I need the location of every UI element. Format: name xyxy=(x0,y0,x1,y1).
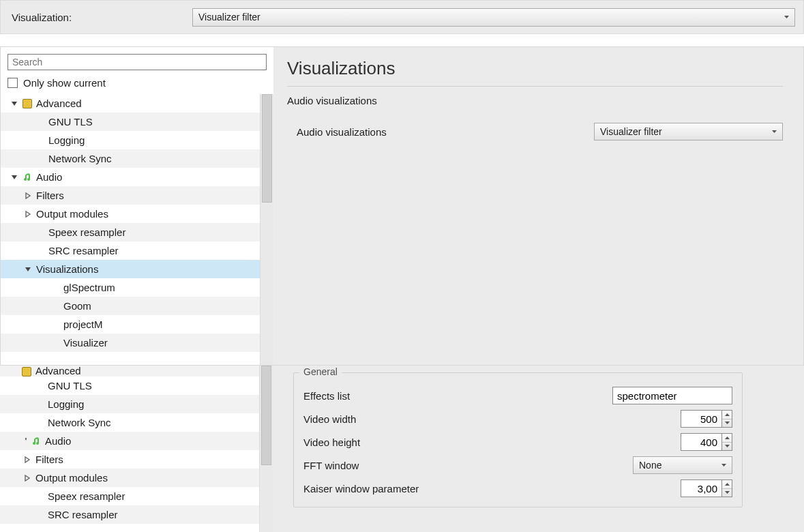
tree-item[interactable]: Speex resampler xyxy=(0,487,259,505)
visualization-select-value: Visualizer filter xyxy=(198,12,260,23)
collapse-arrow-icon: ' xyxy=(22,437,30,445)
tree-item-label: GNU TLS xyxy=(48,116,93,128)
visualization-select[interactable]: Visualizer filter xyxy=(192,8,795,27)
tree-item[interactable]: GNU TLS xyxy=(0,376,259,395)
tree-item[interactable]: SRC resampler xyxy=(0,505,259,524)
tree-item[interactable]: Network Sync xyxy=(0,413,259,432)
kaiser-window-stepper[interactable] xyxy=(681,479,732,497)
preferences-lower: AdvancedGNU TLSLoggingNetwork Sync'Audio… xyxy=(0,366,804,532)
tree-item-label: Filters xyxy=(36,190,64,201)
tree-item-label: Audio xyxy=(36,171,62,183)
visualizations-panel: Visualizations Audio visualizations Audi… xyxy=(273,47,803,365)
only-show-current-row[interactable]: Only show current xyxy=(1,73,273,94)
stepper-up-icon[interactable] xyxy=(722,480,732,489)
tree-item[interactable]: 'Audio xyxy=(0,432,259,450)
tree-item-label: Speex resampler xyxy=(48,490,125,502)
tree-item[interactable]: Visualizations xyxy=(1,260,260,278)
only-show-current-label: Only show current xyxy=(23,77,106,89)
tree-item-label: Output modules xyxy=(36,208,108,220)
tree-item[interactable]: Output modules xyxy=(0,469,259,487)
stepper-down-icon[interactable] xyxy=(722,489,732,497)
tree-item-label: projectM xyxy=(63,319,103,330)
chevron-down-icon xyxy=(784,16,789,18)
tree-item-label: glSpectrum xyxy=(63,282,115,293)
tree-item[interactable]: Goom xyxy=(1,297,260,315)
tree-item-label: Goom xyxy=(63,300,91,312)
audio-visualizations-select[interactable]: Visualizer filter xyxy=(594,123,783,141)
chevron-down-icon xyxy=(721,464,726,467)
tree-item-label: Advanced xyxy=(36,98,82,109)
audio-visualizations-label: Audio visualizations xyxy=(287,126,556,138)
tree-item[interactable]: SRC resampler xyxy=(1,241,260,260)
effects-list-input[interactable] xyxy=(612,387,732,404)
tree-item[interactable]: Filters xyxy=(1,186,260,205)
kaiser-window-row: Kaiser window parameter xyxy=(303,477,732,500)
chevron-down-icon xyxy=(24,265,32,274)
stepper-down-icon[interactable] xyxy=(722,443,732,451)
chevron-right-icon xyxy=(24,210,32,218)
video-height-row: Video height xyxy=(303,430,732,454)
tree-item[interactable]: Speex resampler xyxy=(1,223,260,241)
tree-item-label: SRC resampler xyxy=(48,245,119,256)
tree-item[interactable]: Network Sync xyxy=(1,149,260,168)
kaiser-window-label: Kaiser window parameter xyxy=(303,483,681,494)
tree-item[interactable]: GNU TLS xyxy=(1,113,260,131)
fft-window-select[interactable]: None xyxy=(633,456,732,474)
tree-item[interactable]: Logging xyxy=(1,131,260,149)
video-height-input[interactable] xyxy=(681,433,721,451)
video-width-input[interactable] xyxy=(681,410,721,428)
tree-item[interactable]: Audio xyxy=(1,168,260,186)
chevron-right-icon xyxy=(24,192,32,200)
search-input[interactable] xyxy=(8,54,267,70)
tree-item-label: Visualizer xyxy=(63,337,108,349)
video-width-label: Video width xyxy=(303,413,681,425)
preferences-tree[interactable]: AdvancedGNU TLSLoggingNetwork SyncAudioF… xyxy=(1,94,260,365)
tree-item[interactable]: projectM xyxy=(1,315,260,334)
fft-window-label: FFT window xyxy=(303,460,633,471)
tree-item[interactable]: Advanced xyxy=(0,366,259,376)
scrollbar-thumb[interactable] xyxy=(261,366,271,465)
stepper-down-icon[interactable] xyxy=(722,419,732,428)
chevron-down-icon xyxy=(10,173,18,181)
tree-item[interactable]: Filters xyxy=(0,450,259,469)
tree-item[interactable]: Output modules xyxy=(1,205,260,223)
audio-visualizations-field: Audio visualizations Visualizer filter xyxy=(287,123,783,141)
effects-list-label: Effects list xyxy=(303,390,612,402)
chip-icon xyxy=(22,367,31,376)
tree-scrollbar-lower[interactable] xyxy=(259,366,273,532)
tree-scrollbar[interactable] xyxy=(260,94,273,365)
tree-item-label: Logging xyxy=(48,134,85,146)
audio-icon xyxy=(31,437,41,446)
audio-icon xyxy=(23,173,32,182)
video-width-row: Video width xyxy=(303,407,732,430)
only-show-current-checkbox[interactable] xyxy=(8,78,18,88)
title-divider xyxy=(287,86,783,87)
preferences-tree-lower[interactable]: AdvancedGNU TLSLoggingNetwork Sync'Audio… xyxy=(0,366,259,532)
general-legend: General xyxy=(299,366,342,377)
tree-item-label: Advanced xyxy=(35,366,81,376)
visualization-label: Visualization: xyxy=(12,12,192,23)
preferences-upper: Only show current AdvancedGNU TLSLogging… xyxy=(0,46,804,366)
chevron-down-icon xyxy=(10,100,18,108)
tree-item[interactable]: glSpectrum xyxy=(1,278,260,297)
scrollbar-thumb[interactable] xyxy=(262,94,272,203)
kaiser-window-input[interactable] xyxy=(681,479,721,497)
audio-visualizations-value: Visualizer filter xyxy=(600,126,662,137)
tree-item[interactable]: Visualizer xyxy=(1,334,260,352)
tree-item-label: Visualizations xyxy=(36,263,98,275)
effects-list-row: Effects list xyxy=(303,384,732,407)
video-width-stepper[interactable] xyxy=(681,410,732,428)
tree-item-label: Logging xyxy=(48,398,84,410)
video-height-stepper[interactable] xyxy=(681,433,732,451)
section-audio-visualizations: Audio visualizations xyxy=(287,95,783,106)
page-title: Visualizations xyxy=(287,58,783,79)
tree-item-label: Network Sync xyxy=(48,153,112,164)
tree-item-label: Network Sync xyxy=(48,417,111,428)
sidebar-upper: Only show current AdvancedGNU TLSLogging… xyxy=(1,47,273,365)
search-wrap xyxy=(1,47,273,73)
tree-item[interactable]: Logging xyxy=(0,395,259,413)
tree-item-label: Audio xyxy=(45,435,71,447)
tree-item[interactable]: Advanced xyxy=(1,94,260,113)
stepper-up-icon[interactable] xyxy=(722,411,732,419)
stepper-up-icon[interactable] xyxy=(722,434,732,443)
